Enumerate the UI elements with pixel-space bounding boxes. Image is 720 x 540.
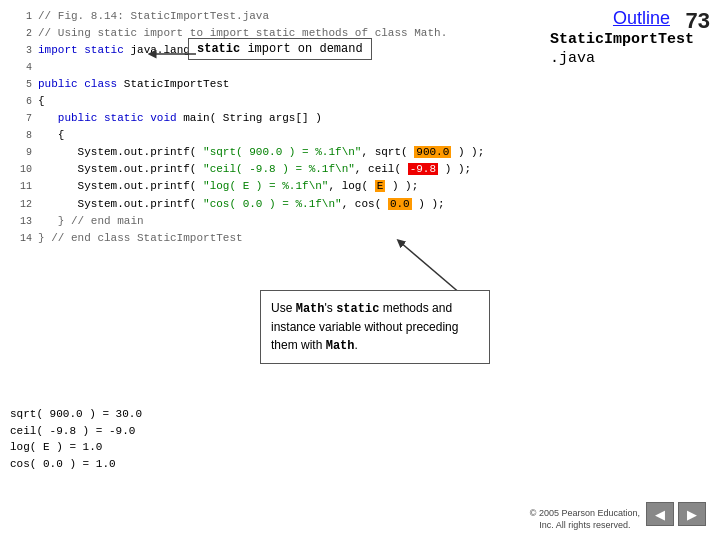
callout-static: static import on demand (188, 38, 372, 60)
code-text-1: // Fig. 8.14: StaticImportTest.java (38, 8, 269, 25)
copyright-line1: © 2005 Pearson Education, (530, 508, 640, 518)
code-text-10: System.out.printf( "ceil( -9.8 ) = %.1f\… (38, 161, 471, 178)
code-text-8: { (38, 127, 64, 144)
output-block: sqrt( 900.0 ) = 30.0 ceil( -9.8 ) = -9.0… (10, 406, 142, 472)
code-line-11: 11 System.out.printf( "log( E ) = %.1f\n… (10, 178, 520, 195)
callout-math-text: Use Math's static methods and instance v… (271, 301, 458, 352)
code-text-9: System.out.printf( "sqrt( 900.0 ) = %.1f… (38, 144, 484, 161)
line-num-13: 13 (10, 214, 32, 230)
line-num-8: 8 (10, 128, 32, 144)
line-num-14: 14 (10, 231, 32, 247)
code-text-5: public class StaticImportTest (38, 76, 229, 93)
output-line-2: ceil( -9.8 ) = -9.0 (10, 423, 142, 440)
line-num-6: 6 (10, 94, 32, 110)
code-text-11: System.out.printf( "log( E ) = %.1f\n", … (38, 178, 418, 195)
line-num-3: 3 (10, 43, 32, 59)
code-line-12: 12 System.out.printf( "cos( 0.0 ) = %.1f… (10, 196, 520, 213)
line-num-12: 12 (10, 197, 32, 213)
code-line-6: 6 { (10, 93, 520, 110)
callout-math: Use Math's static methods and instance v… (260, 290, 490, 364)
next-button[interactable]: ▶ (678, 502, 706, 526)
code-line-1: 1 // Fig. 8.14: StaticImportTest.java (10, 8, 520, 25)
code-text-13: } // end main (38, 213, 144, 230)
java-extension: .java (550, 50, 710, 67)
line-num-1: 1 (10, 9, 32, 25)
right-panel: StaticImportTest .java (550, 30, 710, 67)
outline-title[interactable]: Outline (613, 8, 670, 29)
line-num-9: 9 (10, 145, 32, 161)
callout-static-text: import on demand (240, 42, 362, 56)
code-text-6: { (38, 93, 45, 110)
line-num-7: 7 (10, 111, 32, 127)
copyright: © 2005 Pearson Education, Inc. All right… (530, 507, 640, 532)
code-line-10: 10 System.out.printf( "ceil( -9.8 ) = %.… (10, 161, 520, 178)
code-text-14: } // end class StaticImportTest (38, 230, 243, 247)
class-name: StaticImportTest (550, 30, 710, 50)
nav-buttons: ◀ ▶ (646, 502, 706, 526)
copyright-line2: Inc. All rights reserved. (539, 520, 630, 530)
output-line-4: cos( 0.0 ) = 1.0 (10, 456, 142, 473)
line-num-10: 10 (10, 162, 32, 178)
code-text-4 (38, 59, 45, 76)
code-line-5: 5 public class StaticImportTest (10, 76, 520, 93)
code-line-9: 9 System.out.printf( "sqrt( 900.0 ) = %.… (10, 144, 520, 161)
callout-static-keyword: static (197, 42, 240, 56)
code-line-7: 7 public static void main( String args[]… (10, 110, 520, 127)
code-line-4: 4 (10, 59, 520, 76)
line-num-11: 11 (10, 179, 32, 195)
code-line-13: 13 } // end main (10, 213, 520, 230)
code-line-8: 8 { (10, 127, 520, 144)
line-num-4: 4 (10, 60, 32, 76)
line-num-2: 2 (10, 26, 32, 42)
line-num-5: 5 (10, 77, 32, 93)
code-text-12: System.out.printf( "cos( 0.0 ) = %.1f\n"… (38, 196, 445, 213)
arrow-static (148, 44, 198, 64)
prev-button[interactable]: ◀ (646, 502, 674, 526)
code-text-7: public static void main( String args[] ) (38, 110, 322, 127)
output-line-3: log( E ) = 1.0 (10, 439, 142, 456)
output-line-1: sqrt( 900.0 ) = 30.0 (10, 406, 142, 423)
